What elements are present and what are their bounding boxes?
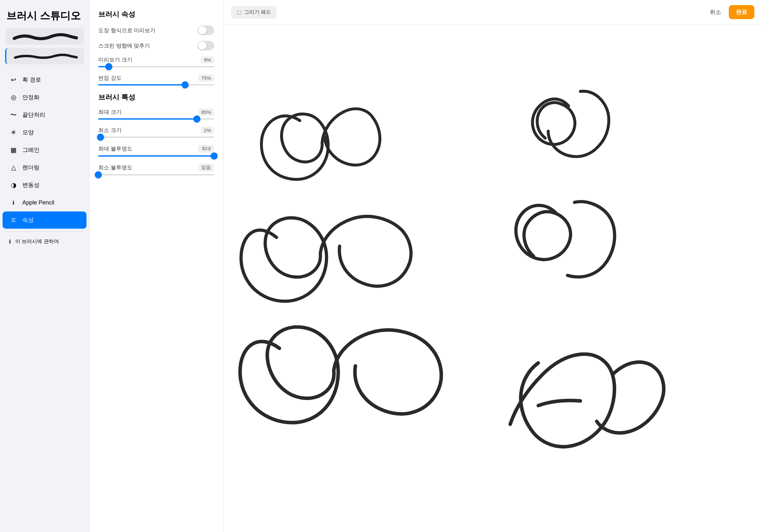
preview-size-track[interactable] — [98, 66, 214, 67]
drawing-pad-button[interactable]: ⬚ 그리기 패드 — [231, 6, 277, 19]
min-size-thumb[interactable] — [97, 134, 104, 141]
max-size-value: 85% — [198, 108, 214, 116]
min-size-value: 2% — [201, 127, 214, 134]
min-opacity-thumb[interactable] — [95, 171, 102, 178]
screen-orient-label: 스크린 방향에 맞추기 — [98, 42, 150, 49]
stamp-preview-label: 도장 형식으로 미리보기 — [98, 27, 155, 34]
preview-stroke-2 — [533, 91, 609, 157]
max-size-slider-row: 최대 크기 85% — [98, 108, 214, 120]
drawing-pad-label: 그리기 패드 — [244, 9, 271, 16]
properties-icon: ☰ — [9, 216, 18, 225]
max-size-fill — [98, 118, 197, 120]
sidebar-item-render-label: 렌더링 — [22, 164, 39, 171]
stamp-preview-toggle[interactable] — [197, 26, 214, 35]
min-opacity-slider-row: 최소 불투명도 없음 — [98, 164, 214, 175]
sidebar-item-grain[interactable]: ▦ 그레인 — [3, 141, 87, 159]
preview-header: ⬚ 그리기 패드 취소 완료 — [223, 0, 762, 25]
screen-orient-row: 스크린 방향에 맞추기 — [98, 41, 214, 50]
stabilize-icon: ◎ — [9, 93, 18, 102]
max-opacity-header: 최대 불투명도 최대 — [98, 145, 214, 153]
min-size-label: 최소 크기 — [98, 127, 121, 134]
max-size-thumb[interactable] — [193, 115, 200, 122]
sidebar-item-grain-label: 그레인 — [22, 146, 39, 154]
preview-stroke-1 — [261, 109, 380, 179]
max-opacity-thumb[interactable] — [211, 153, 218, 160]
done-button[interactable]: 완료 — [729, 5, 754, 19]
blur-strength-thumb[interactable] — [182, 81, 189, 88]
min-opacity-value: 없음 — [198, 164, 214, 171]
min-opacity-label: 최소 불투명도 — [98, 164, 132, 171]
preview-size-label: 미리보기 크기 — [98, 56, 132, 63]
apple-pencil-icon: ℹ — [9, 198, 18, 207]
end-icon: 〜 — [9, 110, 18, 119]
nav-separator — [5, 231, 84, 232]
shape-icon: ✳ — [9, 128, 18, 137]
blur-strength-slider-row: 번짐 강도 75% — [98, 74, 214, 86]
sidebar-item-stabilize[interactable]: ◎ 안정화 — [3, 89, 87, 106]
brush-stroke-2 — [12, 51, 78, 61]
blur-strength-label: 번짐 강도 — [98, 74, 121, 82]
sidebar-item-properties[interactable]: ☰ 속성 — [3, 212, 87, 229]
preview-stroke-6 — [510, 354, 664, 446]
sidebar-item-apple-pencil[interactable]: ℹ Apple Pencil — [3, 194, 87, 211]
screen-orient-toggle[interactable] — [197, 41, 214, 50]
about-icon: ℹ — [9, 238, 11, 245]
max-size-label: 최대 크기 — [98, 108, 121, 116]
sidebar-item-about-label: 이 브러시에 관하여 — [15, 238, 59, 245]
blur-strength-value: 75% — [198, 74, 214, 82]
min-opacity-header: 최소 불투명도 없음 — [98, 164, 214, 171]
preview-stroke-4 — [516, 202, 615, 277]
sidebar-item-dynamics[interactable]: ◑ 변동성 — [3, 176, 87, 194]
cancel-button[interactable]: 취소 — [706, 6, 725, 19]
dynamics-icon: ◑ — [9, 180, 18, 189]
grain-icon: ▦ — [9, 146, 18, 154]
max-opacity-fill — [98, 155, 214, 157]
preview-canvas — [223, 25, 762, 532]
max-size-track[interactable] — [98, 118, 214, 120]
max-opacity-label: 최대 불투명도 — [98, 145, 132, 153]
sidebar-nav: ↩ 획 경로 ◎ 안정화 〜 끝단처리 ✳ 모양 ▦ 그레인 △ 렌더링 ◑ 변… — [0, 68, 89, 532]
preview-size-slider-row: 미리보기 크기 9% — [98, 56, 214, 67]
max-opacity-value: 최대 — [198, 145, 214, 153]
sidebar-item-about[interactable]: ℹ 이 브러시에 관하여 — [3, 234, 87, 249]
preview-size-value: 9% — [201, 56, 214, 63]
brush-preview-item-1[interactable] — [5, 28, 84, 45]
sidebar-item-render[interactable]: △ 렌더링 — [3, 159, 87, 176]
min-opacity-track[interactable] — [98, 174, 214, 175]
header-actions: 취소 완료 — [706, 5, 754, 19]
min-size-slider-row: 최소 크기 2% — [98, 127, 214, 138]
stroke-icon: ↩ — [9, 75, 18, 84]
sidebar-item-apple-pencil-label: Apple Pencil — [22, 199, 54, 206]
center-panel: 브러시 속성 도장 형식으로 미리보기 스크린 방향에 맞추기 미리보기 크기 … — [89, 0, 223, 532]
max-opacity-slider-row: 최대 불투명도 최대 — [98, 145, 214, 157]
sidebar-item-stroke-label: 획 경로 — [22, 76, 41, 84]
blur-strength-track[interactable] — [98, 84, 214, 86]
sidebar-item-stroke[interactable]: ↩ 획 경로 — [3, 71, 87, 88]
preview-size-thumb[interactable] — [105, 63, 112, 70]
sidebar-item-end[interactable]: 〜 끝단처리 — [3, 106, 87, 123]
stamp-preview-row: 도장 형식으로 미리보기 — [98, 26, 214, 35]
preview-stroke-5 — [240, 327, 441, 423]
brush-stroke-1 — [11, 32, 78, 41]
sidebar-item-dynamics-label: 변동성 — [22, 181, 39, 189]
sidebar-item-shape[interactable]: ✳ 모양 — [3, 124, 87, 141]
blur-strength-header: 번짐 강도 75% — [98, 74, 214, 82]
brush-preview-list — [0, 28, 89, 68]
render-icon: △ — [9, 163, 18, 172]
min-size-header: 최소 크기 2% — [98, 127, 214, 134]
page-title: 브러시 스튜디오 — [0, 0, 89, 28]
sidebar: 브러시 스튜디오 ↩ 획 경로 ◎ 안정화 〜 끝단처리 ✳ 모양 — [0, 0, 89, 532]
sidebar-item-shape-label: 모양 — [22, 129, 34, 136]
brush-preview-item-2[interactable] — [5, 48, 84, 64]
max-opacity-track[interactable] — [98, 155, 214, 157]
sidebar-item-stabilize-label: 안정화 — [22, 94, 39, 101]
sidebar-item-end-label: 끝단처리 — [22, 111, 45, 119]
brush-chars-title: 브러시 특성 — [98, 93, 214, 102]
preview-panel: ⬚ 그리기 패드 취소 완료 — [223, 0, 762, 532]
sidebar-item-properties-label: 속성 — [22, 216, 34, 224]
brush-props-title: 브러시 속성 — [98, 10, 214, 19]
drawing-pad-icon: ⬚ — [237, 9, 242, 15]
max-size-header: 최대 크기 85% — [98, 108, 214, 116]
preview-stroke-3 — [241, 217, 411, 301]
min-size-track[interactable] — [98, 137, 214, 138]
